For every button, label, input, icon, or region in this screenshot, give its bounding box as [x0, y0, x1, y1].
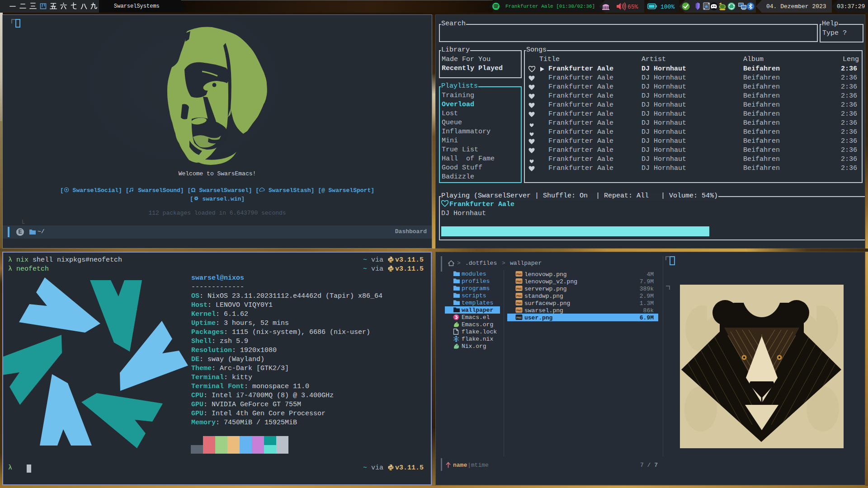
- svg-text:PNG: PNG: [516, 316, 522, 319]
- svg-text:PNG: PNG: [516, 287, 522, 290]
- svg-text:PNG: PNG: [516, 273, 522, 276]
- svg-text:PNG: PNG: [516, 280, 522, 283]
- svg-text:PNG: PNG: [516, 309, 522, 312]
- svg-text:65%: 65%: [627, 4, 638, 10]
- svg-text:PNG: PNG: [516, 302, 522, 305]
- svg-text:100%: 100%: [660, 4, 675, 10]
- svg-text:PNG: PNG: [516, 295, 522, 297]
